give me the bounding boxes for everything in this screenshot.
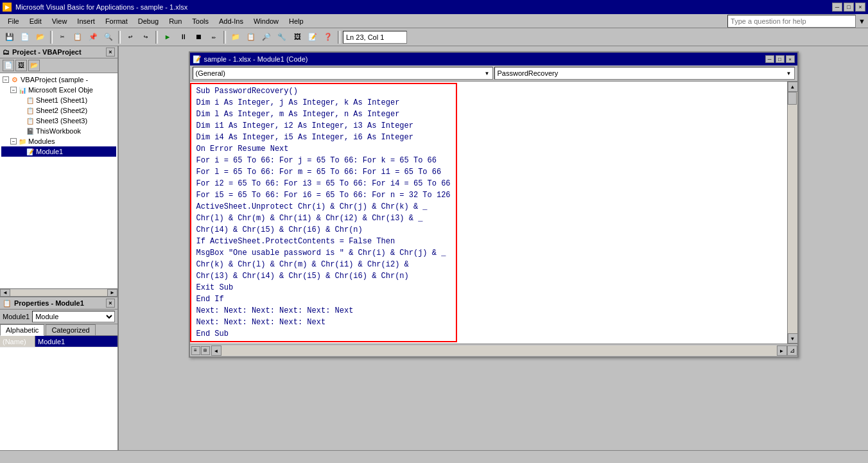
- toggle-folders-button[interactable]: 📂: [28, 60, 40, 71]
- vba-project-icon: ⚙: [10, 75, 19, 84]
- cut-button[interactable]: ✂: [55, 30, 69, 44]
- menu-addins[interactable]: Add-Ins: [214, 16, 248, 26]
- tree-item-sheet3[interactable]: 📋 Sheet3 (Sheet3): [1, 116, 116, 126]
- menu-tools[interactable]: Tools: [187, 16, 214, 26]
- paste-button[interactable]: 📌: [86, 30, 100, 44]
- find-button[interactable]: 🔍: [101, 30, 116, 44]
- tree-scrollbar[interactable]: ◀ ▶: [0, 288, 117, 296]
- undo-button[interactable]: ↩: [123, 30, 137, 44]
- reset-button[interactable]: ⏹: [191, 30, 205, 44]
- module1-icon: 📝: [26, 147, 35, 156]
- code-editor[interactable]: Sub PasswordRecovery() Dim i As Integer,…: [190, 82, 787, 344]
- scroll-up-button[interactable]: ▲: [788, 82, 798, 92]
- code-dropdowns: (General) ▼ PasswordRecovery ▼: [190, 66, 797, 82]
- redo-button[interactable]: ↪: [139, 30, 153, 44]
- code-view-button[interactable]: 📝: [306, 30, 320, 44]
- properties-panel: 📋 Properties - Module1 × Module1 Module …: [0, 296, 117, 450]
- code-content-area: Sub PasswordRecovery() Dim i As Integer,…: [190, 82, 797, 344]
- tree-label-sheet2: Sheet2 (Sheet2): [36, 107, 87, 114]
- code-scrollbar-horizontal[interactable]: ◀ ▶: [211, 345, 787, 356]
- module-type-select[interactable]: Module: [32, 311, 115, 322]
- right-area: 📝 sample - 1.xlsx - Module1 (Code) ─ □ ×…: [119, 46, 868, 450]
- help-dropdown-arrow[interactable]: ▼: [858, 17, 865, 25]
- toolbox-button[interactable]: 🔧: [275, 30, 289, 44]
- view-object-button[interactable]: 🖼: [15, 60, 27, 71]
- help-input[interactable]: [727, 15, 856, 28]
- scroll-track-v[interactable]: [788, 92, 797, 333]
- title-bar: ▶ Microsoft Visual Basic for Application…: [0, 0, 868, 14]
- properties-panel-title: 📋 Properties - Module1: [3, 299, 84, 308]
- passwordrecovery-dropdown[interactable]: PasswordRecovery ▼: [494, 67, 795, 80]
- menu-run[interactable]: Run: [164, 16, 187, 26]
- code-bottom-bar: ≡ ⊞ ◀ ▶ ⊿: [190, 344, 797, 356]
- menu-debug[interactable]: Debug: [133, 16, 164, 26]
- break-button[interactable]: ⏸: [176, 30, 190, 44]
- props-row-name[interactable]: (Name) Module1: [0, 336, 117, 347]
- code-minimize-button[interactable]: ─: [765, 55, 774, 63]
- open-button[interactable]: 📂: [33, 30, 48, 44]
- menu-view[interactable]: View: [47, 16, 73, 26]
- properties-button[interactable]: 📋: [244, 30, 258, 44]
- general-dropdown-text: (General): [196, 69, 225, 77]
- tree-item-modules[interactable]: − 📁 Modules: [1, 136, 116, 146]
- toolbar-separator-1: [50, 31, 53, 44]
- scroll-right-button[interactable]: ▶: [777, 345, 787, 356]
- title-bar-controls[interactable]: ─ □ ×: [832, 3, 865, 12]
- object-browser-button[interactable]: 🔎: [259, 30, 273, 44]
- expand-excel-objects[interactable]: −: [10, 87, 17, 93]
- tree-scroll-left[interactable]: ◀: [0, 289, 10, 297]
- design-mode-button[interactable]: ✏: [207, 30, 221, 44]
- code-scrollbar-vertical[interactable]: ▲ ▼: [787, 82, 797, 344]
- tab-categorized[interactable]: Categorized: [46, 324, 95, 335]
- menu-insert[interactable]: Insert: [72, 16, 100, 26]
- tree-item-thisworkbook[interactable]: 📓 ThisWorkbook: [1, 126, 116, 136]
- position-indicator: Ln 23, Col 1: [343, 31, 407, 44]
- minimize-button[interactable]: ─: [832, 3, 842, 12]
- resize-grip[interactable]: ⊿: [787, 345, 797, 356]
- maximize-button[interactable]: □: [844, 3, 854, 12]
- help-button[interactable]: ❓: [321, 30, 335, 44]
- scroll-track-h[interactable]: [221, 345, 777, 356]
- menu-format[interactable]: Format: [100, 16, 133, 26]
- toolbar-separator-5: [338, 31, 340, 44]
- properties-panel-close[interactable]: ×: [106, 299, 115, 308]
- left-panel: 🗂 Project - VBAProject × 📄 🖼 📂 − ⚙ VBAPr…: [0, 46, 119, 450]
- menu-window[interactable]: Window: [248, 16, 284, 26]
- scroll-left-button[interactable]: ◀: [211, 345, 221, 356]
- tree-item-sheet1[interactable]: 📋 Sheet1 (Sheet1): [1, 95, 116, 105]
- project-explorer-button[interactable]: 📁: [229, 30, 243, 44]
- tree-item-sheet2[interactable]: 📋 Sheet2 (Sheet2): [1, 105, 116, 116]
- general-dropdown[interactable]: (General) ▼: [193, 67, 493, 80]
- normal-view-button[interactable]: ≡: [191, 346, 200, 355]
- tree-scroll-track: [10, 290, 107, 296]
- new-button[interactable]: 📄: [18, 30, 32, 44]
- properties-tabs: Alphabetic Categorized: [0, 324, 117, 336]
- toolbar-separator-3: [155, 31, 158, 44]
- scroll-thumb-v[interactable]: [788, 92, 797, 105]
- expand-modules[interactable]: −: [10, 138, 17, 144]
- project-icon: 🗂: [3, 48, 10, 56]
- project-panel-close[interactable]: ×: [106, 48, 115, 57]
- module-name-label: Module1: [3, 313, 30, 320]
- tab-alphabetic[interactable]: Alphabetic: [0, 324, 44, 336]
- menu-edit[interactable]: Edit: [24, 16, 47, 26]
- scroll-down-button[interactable]: ▼: [788, 333, 798, 344]
- view-code-button[interactable]: 📄: [3, 60, 14, 71]
- close-button[interactable]: ×: [855, 3, 865, 12]
- tree-item-module1[interactable]: 📝 Module1: [1, 146, 116, 157]
- copy-button[interactable]: 📋: [71, 30, 85, 44]
- code-restore-button[interactable]: □: [776, 55, 785, 63]
- tree-item-excel-objects[interactable]: − 📊 Microsoft Excel Obje: [1, 85, 116, 95]
- tree-scroll-right[interactable]: ▶: [107, 289, 117, 297]
- code-close-button[interactable]: ×: [786, 55, 795, 63]
- menu-file[interactable]: File: [3, 16, 24, 26]
- menu-help[interactable]: Help: [284, 16, 309, 26]
- tree-item-vbaproject[interactable]: − ⚙ VBAProject (sample -: [1, 74, 116, 85]
- run-button[interactable]: ▶: [161, 30, 175, 44]
- userform-button[interactable]: 🖼: [290, 30, 304, 44]
- general-dropdown-arrow: ▼: [485, 71, 490, 76]
- expand-vbaproject[interactable]: −: [3, 76, 9, 83]
- full-module-button[interactable]: ⊞: [201, 346, 210, 355]
- title-bar-left: ▶ Microsoft Visual Basic for Application…: [3, 3, 187, 12]
- save-button[interactable]: 💾: [3, 30, 17, 44]
